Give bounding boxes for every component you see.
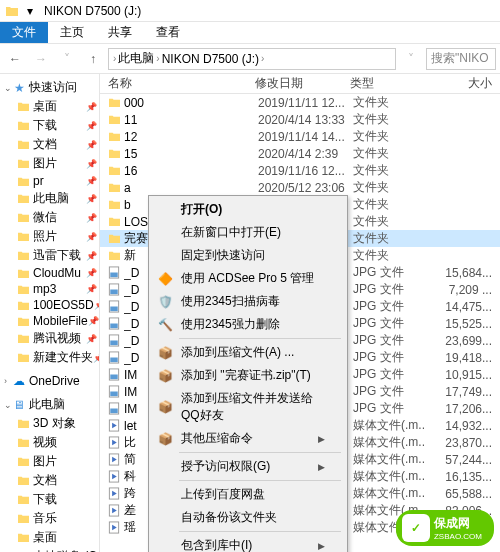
- context-menu: 打开(O) 在新窗口中打开(E) 固定到快速访问 🔶使用 ACDSee Pro …: [148, 195, 348, 552]
- folder-icon: [16, 436, 30, 450]
- file-row[interactable]: 112020/4/14 13:33文件夹: [100, 111, 500, 128]
- tree-item[interactable]: 视频: [0, 433, 99, 452]
- tab-file[interactable]: 文件: [0, 22, 48, 43]
- search-input[interactable]: 搜索"NIKO: [426, 48, 496, 70]
- tree-item[interactable]: MobileFile📌: [0, 313, 99, 329]
- tree-item[interactable]: CloudMu📌: [0, 265, 99, 281]
- folder-icon: [16, 474, 30, 488]
- folder-icon: [106, 113, 122, 127]
- tree-item[interactable]: 腾讯视频📌: [0, 329, 99, 348]
- tree-quick-access[interactable]: ⌄★快速访问: [0, 78, 99, 97]
- dropdown-icon[interactable]: ▾: [22, 3, 38, 19]
- tree-item[interactable]: 文档📌: [0, 135, 99, 154]
- folder-icon: [106, 96, 122, 110]
- folder-icon: [4, 3, 20, 19]
- ctx-access[interactable]: 授予访问权限(G)▶: [151, 455, 345, 478]
- history-dropdown[interactable]: ˅: [400, 48, 422, 70]
- ctx-autobackup[interactable]: 自动备份该文件夹: [151, 506, 345, 529]
- tree-item[interactable]: 桌面: [0, 528, 99, 547]
- pc-icon: 🖥: [12, 398, 26, 412]
- tree-item[interactable]: 桌面📌: [0, 97, 99, 116]
- breadcrumb-pc[interactable]: 此电脑: [118, 50, 154, 67]
- media-icon: [106, 436, 122, 450]
- svg-rect-14: [110, 324, 117, 329]
- breadcrumb-location[interactable]: NIKON D7500 (J:): [162, 52, 259, 66]
- folder-icon: [16, 138, 30, 152]
- shield-icon: 🛡️: [157, 294, 173, 310]
- file-row[interactable]: 152020/4/14 2:39文件夹: [100, 145, 500, 162]
- file-row[interactable]: 162019/11/16 12...文件夹: [100, 162, 500, 179]
- folder-icon: [106, 164, 122, 178]
- folder-icon: [16, 100, 30, 114]
- svg-rect-12: [110, 307, 117, 312]
- jpg-icon: [106, 300, 122, 314]
- address-bar: ← → ˅ ↑ › 此电脑 › NIKON D7500 (J:) › ˅ 搜索"…: [0, 44, 500, 74]
- tab-view[interactable]: 查看: [144, 22, 192, 43]
- tab-home[interactable]: 主页: [48, 22, 96, 43]
- file-row[interactable]: 0002019/11/11 12...文件夹: [100, 94, 500, 111]
- tree-item[interactable]: 3D 对象: [0, 414, 99, 433]
- ctx-acdsee[interactable]: 🔶使用 ACDSee Pro 5 管理: [151, 267, 345, 290]
- watermark-icon: ✓: [402, 514, 430, 542]
- tree-item[interactable]: 下载📌: [0, 116, 99, 135]
- tree-item[interactable]: 文档: [0, 471, 99, 490]
- tree-item[interactable]: 音乐: [0, 509, 99, 528]
- ctx-new-window[interactable]: 在新窗口中打开(E): [151, 221, 345, 244]
- col-type[interactable]: 类型: [350, 75, 422, 92]
- jpg-icon: [106, 266, 122, 280]
- tree-item[interactable]: 新建文件夹📌: [0, 348, 99, 367]
- folder-icon: [16, 512, 30, 526]
- tree-item[interactable]: 照片📌: [0, 227, 99, 246]
- watermark: ✓ 保成网 ZSBAO.COM: [396, 510, 494, 546]
- ctx-2345-delete[interactable]: 🔨使用2345强力删除: [151, 313, 345, 336]
- ctx-baidu[interactable]: 上传到百度网盘: [151, 483, 345, 506]
- archive-icon: 📦: [157, 431, 173, 447]
- tree-drive[interactable]: 本地磁盘 (C: [0, 547, 99, 552]
- tree-item[interactable]: 微信📌: [0, 208, 99, 227]
- ctx-library[interactable]: 包含到库中(I)▶: [151, 534, 345, 552]
- ctx-add-zip[interactable]: 📦添加到 "完赛证书.zip"(T): [151, 364, 345, 387]
- tree-item[interactable]: mp3📌: [0, 281, 99, 297]
- media-icon: [106, 453, 122, 467]
- file-row[interactable]: 122019/11/14 14...文件夹: [100, 128, 500, 145]
- ctx-pin-quick[interactable]: 固定到快速访问: [151, 244, 345, 267]
- back-button[interactable]: ←: [4, 48, 26, 70]
- file-row[interactable]: a2020/5/12 23:06文件夹: [100, 179, 500, 196]
- tree-thispc[interactable]: ⌄🖥此电脑: [0, 395, 99, 414]
- tab-share[interactable]: 共享: [96, 22, 144, 43]
- tree-item[interactable]: 图片: [0, 452, 99, 471]
- col-name[interactable]: 名称: [100, 75, 255, 92]
- folder-icon: [106, 130, 122, 144]
- tree-item[interactable]: 迅雷下载📌: [0, 246, 99, 265]
- recent-dropdown[interactable]: ˅: [56, 48, 78, 70]
- breadcrumb[interactable]: › 此电脑 › NIKON D7500 (J:) ›: [108, 48, 396, 70]
- watermark-sub: ZSBAO.COM: [434, 532, 482, 541]
- svg-rect-10: [110, 290, 117, 295]
- tree-item[interactable]: 此电脑📌: [0, 189, 99, 208]
- forward-button: →: [30, 48, 52, 70]
- ctx-add-qq[interactable]: 📦添加到压缩文件并发送给QQ好友: [151, 387, 345, 427]
- media-icon: [106, 470, 122, 484]
- svg-rect-20: [110, 375, 117, 380]
- separator: [179, 452, 341, 453]
- cloud-icon: ☁: [12, 374, 26, 388]
- tree-onedrive[interactable]: ›☁OneDrive: [0, 373, 99, 389]
- folder-icon: [16, 314, 30, 328]
- col-date[interactable]: 修改日期: [255, 75, 350, 92]
- watermark-text: 保成网: [434, 515, 482, 532]
- ctx-add-archive[interactable]: 📦添加到压缩文件(A) ...: [151, 341, 345, 364]
- jpg-icon: [106, 317, 122, 331]
- tree-item[interactable]: 100EOS5D📌: [0, 297, 99, 313]
- folder-icon: [16, 455, 30, 469]
- col-size[interactable]: 大小: [422, 75, 500, 92]
- ctx-scan[interactable]: 🛡️使用2345扫描病毒: [151, 290, 345, 313]
- chevron-right-icon: ▶: [318, 541, 325, 551]
- tree-item[interactable]: 下载: [0, 490, 99, 509]
- media-icon: [106, 487, 122, 501]
- ctx-other-zip[interactable]: 📦其他压缩命令▶: [151, 427, 345, 450]
- ctx-open[interactable]: 打开(O): [151, 198, 345, 221]
- tree-item[interactable]: pr📌: [0, 173, 99, 189]
- up-button[interactable]: ↑: [82, 48, 104, 70]
- separator: [179, 338, 341, 339]
- tree-item[interactable]: 图片📌: [0, 154, 99, 173]
